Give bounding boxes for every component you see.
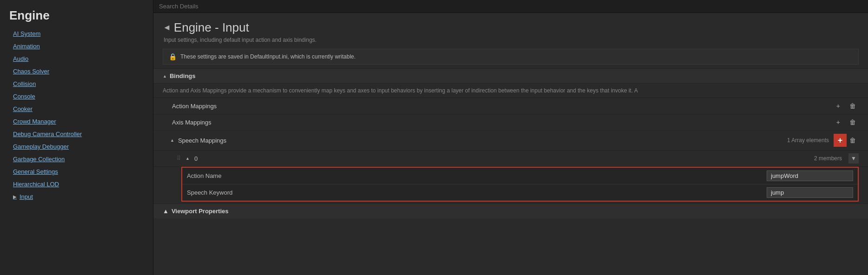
sidebar-item-chaos-solver[interactable]: Chaos Solver [0, 65, 153, 78]
speech-mappings-collapse-icon: ▲ [170, 138, 174, 143]
bindings-section: ▲ Bindings Action and Axis Mappings prov… [153, 68, 868, 202]
members-count: 2 members [814, 155, 842, 162]
speech-mappings-add-button[interactable]: + [834, 134, 847, 147]
bindings-section-header[interactable]: ▲ Bindings [153, 68, 868, 84]
sidebar-item-cooker[interactable]: Cooker [0, 103, 153, 115]
sidebar-title: Engine [0, 0, 153, 27]
bindings-description: Action and Axis Mappings provide a mecha… [153, 84, 868, 98]
sidebar: Engine AI System Animation Audio Chaos S… [0, 0, 153, 275]
action-mappings-row: Action Mappings + 🗑 [153, 98, 868, 114]
sidebar-item-console[interactable]: Console [0, 90, 153, 103]
page-header: ◄ Engine - Input Input settings, includi… [153, 13, 868, 45]
main-content: ◄ Engine - Input Input settings, includi… [153, 0, 868, 275]
sidebar-item-garbage-collection[interactable]: Garbage Collection [0, 153, 153, 165]
sidebar-item-crowd-manager[interactable]: Crowd Manager [0, 115, 153, 128]
sidebar-item-collision[interactable]: Collision [0, 78, 153, 90]
action-name-row: Action Name [182, 168, 858, 184]
viewport-properties-header[interactable]: ▲ Viewport Properties [153, 203, 868, 218]
action-mappings-label: Action Mappings [172, 103, 830, 110]
drag-handle-icon[interactable]: ⠿ [177, 155, 181, 162]
action-mappings-delete-button[interactable]: 🗑 [847, 101, 859, 111]
viewport-collapse-icon: ▲ [163, 208, 169, 215]
item-collapse-icon: ▲ [186, 156, 190, 161]
sidebar-item-hierarchical-lod[interactable]: Hierarchical LOD [0, 178, 153, 190]
sidebar-item-audio[interactable]: Audio [0, 52, 153, 65]
axis-mappings-delete-button[interactable]: 🗑 [847, 118, 859, 127]
speech-keyword-label: Speech Keyword [187, 189, 767, 196]
sidebar-item-general-settings[interactable]: General Settings [0, 165, 153, 178]
lock-icon: 🔒 [169, 53, 177, 60]
speech-mappings-delete-button[interactable]: 🗑 [847, 137, 859, 144]
axis-mappings-row: Axis Mappings + 🗑 [153, 114, 868, 131]
speech-keyword-row: Speech Keyword [182, 184, 858, 201]
bindings-label: Bindings [170, 72, 196, 79]
speech-keyword-input[interactable] [767, 187, 853, 198]
content-area: ◄ Engine - Input Input settings, includi… [153, 13, 868, 275]
sidebar-item-debug-camera[interactable]: Debug Camera Controller [0, 128, 153, 140]
bindings-collapse-icon: ▲ [163, 74, 167, 79]
action-name-input[interactable] [767, 170, 853, 181]
search-input[interactable] [159, 3, 862, 10]
speech-mappings-row: ▲ Speech Mappings 1 Array elements + 🗑 [153, 131, 868, 151]
expand-collapse-button[interactable]: ▼ [848, 153, 859, 164]
sidebar-item-animation[interactable]: Animation [0, 40, 153, 52]
viewport-label: Viewport Properties [172, 208, 229, 215]
page-title: ◄ Engine - Input [163, 20, 859, 35]
action-mappings-add-button[interactable]: + [834, 101, 843, 111]
arrow-right-icon: ▶ [13, 194, 17, 199]
array-item-0-header: ⠿ ▲ 0 2 members ▼ [153, 151, 868, 167]
axis-mappings-add-button[interactable]: + [834, 118, 843, 127]
speech-mappings-label: Speech Mappings [178, 137, 787, 144]
speech-mapping-fields: Action Name Speech Keyword [181, 167, 859, 202]
collapse-arrow-icon[interactable]: ◄ [163, 23, 171, 33]
axis-mappings-label: Axis Mappings [172, 119, 830, 126]
array-elements-count: 1 Array elements [787, 137, 829, 144]
page-subtitle: Input settings, including default input … [164, 37, 859, 43]
info-banner: 🔒 These settings are saved in DefaultInp… [163, 49, 859, 65]
sidebar-item-ai-system[interactable]: AI System [0, 27, 153, 40]
array-item-0-label: 0 [194, 155, 811, 162]
sidebar-item-input[interactable]: ▶ Input [0, 190, 153, 203]
action-name-label: Action Name [187, 172, 767, 179]
sidebar-item-gameplay-debugger[interactable]: Gameplay Debugger [0, 140, 153, 153]
search-bar [153, 0, 868, 13]
info-banner-text: These settings are saved in DefaultInput… [180, 53, 356, 60]
